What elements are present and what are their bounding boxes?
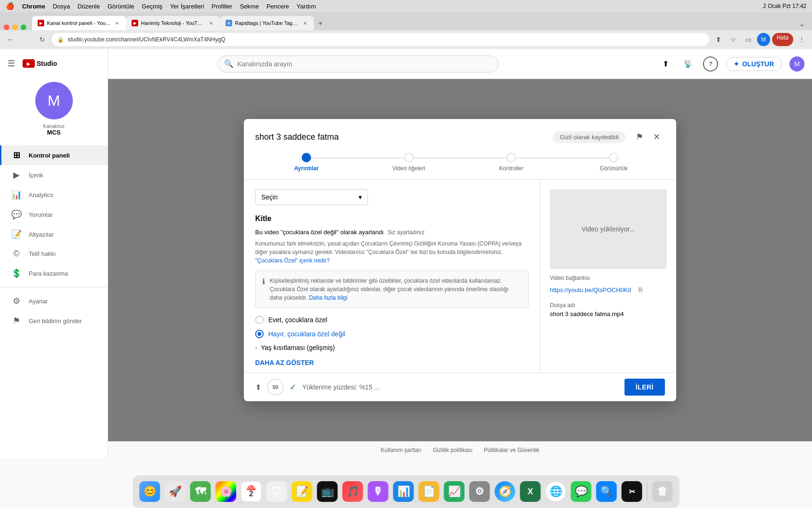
dock-calendar[interactable]: OCA 2	[240, 480, 263, 503]
apple-menu[interactable]: 🍎	[6, 2, 15, 10]
bookmark-button[interactable]: ☆	[727, 33, 740, 46]
dock-maps[interactable]: 🗺	[189, 480, 212, 503]
sekme-menu[interactable]: Sekme	[240, 3, 258, 10]
coppa-link[interactable]: "Çocuklara Özel" içerik nedir?	[255, 257, 330, 264]
reload-button[interactable]: ↻	[36, 33, 49, 46]
dock-pages[interactable]: 📄	[418, 480, 440, 503]
sidebar-item-content[interactable]: ▶ İçerik	[0, 165, 108, 185]
cast-icon[interactable]: 📡	[680, 56, 695, 71]
channel-name: MCS	[47, 129, 61, 136]
policies-link[interactable]: Politikalar ve Güvenlik	[484, 447, 539, 453]
upload-video-icon[interactable]: ⬆	[658, 56, 673, 71]
category-dropdown[interactable]: Seçin ▾	[255, 189, 368, 205]
flag-button[interactable]: ⚑	[631, 128, 648, 145]
audience-description: Konumunuz fark etmeksizin, yasal açıdan …	[255, 239, 529, 265]
sidebar-item-comments[interactable]: 💬 Yorumlar	[0, 205, 108, 224]
copy-link-button[interactable]: ⎘	[634, 283, 647, 296]
goruntule-menu[interactable]: Görüntüle	[108, 3, 134, 10]
dock-notes[interactable]: 📝	[291, 480, 313, 503]
dosya-menu[interactable]: Dosya	[53, 3, 70, 10]
close-window[interactable]	[4, 24, 9, 30]
dock-reminders[interactable]: ☑	[265, 480, 288, 503]
studio-text: Studio	[37, 60, 57, 67]
hamburger-icon[interactable]: ☰	[8, 58, 15, 69]
step-visibility[interactable]: Görünürlük	[562, 153, 665, 172]
tab-3-close[interactable]: ✕	[302, 20, 308, 26]
sidebar-item-settings[interactable]: ⚙ Ayarlar	[0, 291, 108, 311]
profiller-menu[interactable]: Profiller	[211, 3, 232, 10]
more-info-link[interactable]: Daha fazla bilgi	[309, 294, 347, 301]
tab-1-close[interactable]: ✕	[114, 20, 120, 26]
profile-button[interactable]: M	[757, 33, 770, 46]
studio-logo: Studio	[23, 59, 57, 68]
tab-search-button[interactable]: ⌄	[795, 17, 808, 30]
sidebar-item-subtitles[interactable]: 📝 Altyazılar	[0, 224, 108, 244]
radio-yes-option[interactable]: Evet, çocuklara özel	[255, 316, 529, 324]
error-button[interactable]: Hata	[772, 33, 793, 46]
step-video-elements[interactable]: Video öğeleri	[358, 153, 460, 172]
sidebar-item-feedback[interactable]: ⚑ Geri bildirim gönder	[0, 311, 108, 331]
terms-link[interactable]: Kullanım şartları	[381, 447, 422, 453]
dock-keynote[interactable]: 📊	[392, 480, 415, 503]
sidebar-toggle[interactable]: ▭	[742, 33, 755, 46]
radio-no-option[interactable]: Hayır, çocuklara özel değil	[255, 330, 529, 338]
video-url[interactable]: https://youtu.be/QIsPOCH0KII	[550, 286, 631, 294]
next-button[interactable]: İLERİ	[625, 379, 665, 396]
maximize-window[interactable]	[21, 24, 26, 30]
forward-button[interactable]: →	[20, 33, 33, 46]
privacy-link[interactable]: Gizlilik politikası	[433, 447, 473, 453]
dock-launchpad[interactable]: 🚀	[164, 480, 187, 503]
tab-1[interactable]: ▶ Kanal kontrol paneli - YouTube ✕	[32, 16, 126, 30]
create-icon: ✦	[734, 60, 739, 68]
yer-isaretleri-menu[interactable]: Yer İşaretleri	[170, 3, 204, 10]
tab-2[interactable]: ▶ Hanimiş Teknoloji - YouTube ✕	[126, 16, 220, 30]
new-tab-button[interactable]: +	[314, 17, 327, 30]
browser-chrome: ▶ Kanal kontrol paneli - YouTube ✕ ▶ Han…	[0, 12, 812, 49]
dock-numbers[interactable]: 📈	[443, 480, 466, 503]
step-checks[interactable]: Kontroller	[460, 153, 562, 172]
sidebar-item-monetize[interactable]: 💲 Para kazanma	[0, 263, 108, 283]
minimize-window[interactable]	[12, 24, 18, 30]
dock-excel[interactable]: X	[519, 480, 542, 503]
dock-podcasts[interactable]: 🎙	[367, 480, 390, 503]
create-button[interactable]: ✦ OLUŞTUR	[726, 57, 782, 71]
address-bar[interactable]: 🔒 studio.youtube.com/channel/UCIvNEkRV4C…	[52, 33, 709, 46]
dock-music[interactable]: 🎵	[342, 480, 364, 503]
dock-finder[interactable]: 😊	[139, 480, 161, 503]
gecmis-menu[interactable]: Geçmiş	[142, 3, 163, 10]
dock-system-prefs[interactable]: ⚙	[468, 480, 491, 503]
user-avatar[interactable]: M	[789, 56, 804, 71]
dock-trash[interactable]: 🗑	[651, 480, 674, 503]
copyright-label: Telif hakkı	[29, 250, 56, 257]
dock-capcut[interactable]: ✂	[621, 480, 643, 503]
show-less-button[interactable]: DAHA AZ GÖSTER	[255, 359, 314, 366]
pencere-menu[interactable]: Pencere	[266, 3, 289, 10]
dock-imessage[interactable]: 💬	[570, 480, 593, 503]
yardim-menu[interactable]: Yardım	[297, 3, 316, 10]
tab-3[interactable]: R Rapidtags | YouTube Tag Gene... ✕	[220, 16, 314, 30]
back-button[interactable]: ←	[4, 33, 17, 46]
dock-photos[interactable]: 🌸	[215, 480, 237, 503]
close-modal-button[interactable]: ✕	[648, 128, 665, 145]
sidebar-item-copyright[interactable]: © Telif hakkı	[0, 244, 108, 263]
dock-chrome[interactable]: 🌐	[545, 480, 567, 503]
duzenle-menu[interactable]: Düzenle	[78, 3, 100, 10]
dock-safari[interactable]: 🧭	[494, 480, 516, 503]
browser-menu[interactable]: ⋮	[795, 33, 808, 46]
sidebar-item-analytics[interactable]: 📊 Analytics	[0, 185, 108, 205]
tab-2-close[interactable]: ✕	[208, 20, 214, 26]
sidebar-item-dashboard[interactable]: ⊞ Kontrol paneli	[0, 145, 108, 165]
dock-findmy[interactable]: 🔍	[595, 480, 618, 503]
step-details[interactable]: Ayrıntılar	[255, 153, 358, 172]
radio-yes-label: Evet, çocuklara özel	[268, 316, 327, 324]
dock-tv[interactable]: 📺	[316, 480, 339, 503]
video-link-section: Video bağlantısı https://youtu.be/QIsPOC…	[550, 275, 667, 296]
file-name-section: Dosya adı short 3 saddece fatma.mp4	[550, 302, 667, 318]
search-input[interactable]	[237, 60, 492, 68]
upload-percent-circle: 50	[267, 379, 284, 396]
share-button[interactable]: ⬆	[712, 33, 725, 46]
age-restriction-toggle[interactable]: › Yaş kısıtlaması (gelişmiş)	[255, 344, 529, 351]
help-button[interactable]: ?	[703, 56, 718, 71]
chrome-menu[interactable]: Chrome	[22, 3, 45, 10]
search-box[interactable]: 🔍	[217, 56, 499, 72]
